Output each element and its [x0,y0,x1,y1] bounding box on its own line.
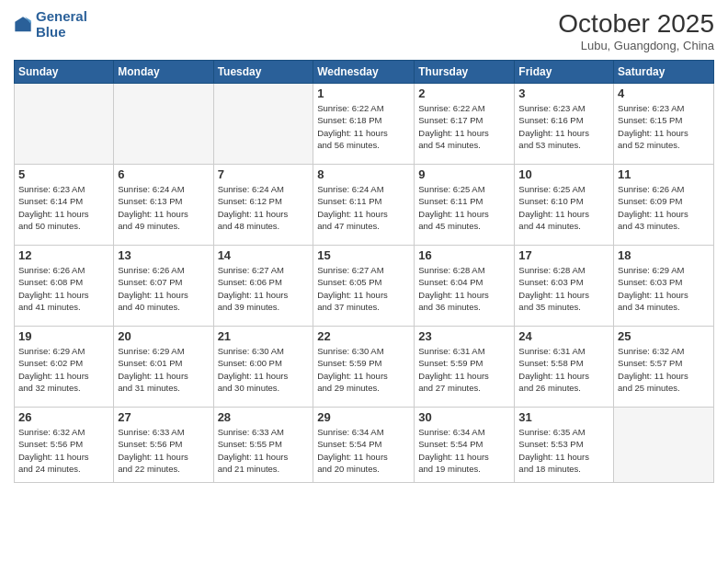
col-saturday: Saturday [614,61,714,84]
table-row: 23Sunrise: 6:31 AM Sunset: 5:59 PM Dayli… [415,327,515,408]
table-row: 25Sunrise: 6:32 AM Sunset: 5:57 PM Dayli… [614,327,714,408]
day-info: Sunrise: 6:30 AM Sunset: 6:00 PM Dayligh… [218,345,310,394]
day-info: Sunrise: 6:22 AM Sunset: 6:17 PM Dayligh… [418,102,510,151]
day-info: Sunrise: 6:23 AM Sunset: 6:16 PM Dayligh… [518,102,609,151]
table-row: 21Sunrise: 6:30 AM Sunset: 6:00 PM Dayli… [213,327,313,408]
col-monday: Monday [114,61,213,84]
page-container: General Blue October 2025 Lubu, Guangdon… [0,0,728,492]
day-number: 16 [418,248,510,262]
table-row [213,84,313,165]
day-info: Sunrise: 6:28 AM Sunset: 6:03 PM Dayligh… [518,264,609,313]
table-row: 2Sunrise: 6:22 AM Sunset: 6:17 PM Daylig… [415,84,515,165]
day-number: 3 [518,86,609,100]
day-number: 23 [418,329,510,343]
day-info: Sunrise: 6:35 AM Sunset: 5:53 PM Dayligh… [518,426,609,475]
day-number: 15 [317,248,410,262]
table-row: 31Sunrise: 6:35 AM Sunset: 5:53 PM Dayli… [515,408,614,483]
day-info: Sunrise: 6:27 AM Sunset: 6:05 PM Dayligh… [317,264,410,313]
day-number: 1 [317,86,410,100]
table-row: 27Sunrise: 6:33 AM Sunset: 5:56 PM Dayli… [114,408,213,483]
col-thursday: Thursday [415,61,515,84]
day-number: 22 [317,329,410,343]
logo-icon [14,16,32,34]
day-number: 26 [18,410,109,424]
day-number: 29 [317,410,410,424]
table-row [15,84,114,165]
table-row: 3Sunrise: 6:23 AM Sunset: 6:16 PM Daylig… [515,84,614,165]
day-info: Sunrise: 6:24 AM Sunset: 6:13 PM Dayligh… [118,183,209,232]
day-number: 19 [18,329,109,343]
table-row: 11Sunrise: 6:26 AM Sunset: 6:09 PM Dayli… [614,165,714,246]
day-info: Sunrise: 6:33 AM Sunset: 5:56 PM Dayligh… [118,426,209,475]
table-row: 13Sunrise: 6:26 AM Sunset: 6:07 PM Dayli… [114,246,213,327]
day-number: 4 [618,86,710,100]
month-title: October 2025 [558,9,714,39]
day-info: Sunrise: 6:26 AM Sunset: 6:07 PM Dayligh… [118,264,209,313]
day-number: 21 [218,329,310,343]
day-number: 10 [518,167,609,181]
day-number: 7 [218,167,310,181]
day-info: Sunrise: 6:24 AM Sunset: 6:12 PM Dayligh… [218,183,310,232]
table-row [114,84,213,165]
day-number: 28 [218,410,310,424]
table-row: 4Sunrise: 6:23 AM Sunset: 6:15 PM Daylig… [614,84,714,165]
col-sunday: Sunday [15,61,114,84]
table-row: 5Sunrise: 6:23 AM Sunset: 6:14 PM Daylig… [15,165,114,246]
day-info: Sunrise: 6:26 AM Sunset: 6:08 PM Dayligh… [18,264,109,313]
day-number: 6 [118,167,209,181]
logo: General Blue [14,9,87,40]
table-row: 14Sunrise: 6:27 AM Sunset: 6:06 PM Dayli… [213,246,313,327]
day-number: 27 [118,410,209,424]
table-row [614,408,714,483]
day-info: Sunrise: 6:23 AM Sunset: 6:14 PM Dayligh… [18,183,109,232]
calendar: Sunday Monday Tuesday Wednesday Thursday… [14,60,714,483]
svg-marker-0 [15,17,30,31]
day-number: 24 [518,329,609,343]
day-number: 30 [418,410,510,424]
table-row: 22Sunrise: 6:30 AM Sunset: 5:59 PM Dayli… [313,327,415,408]
table-row: 26Sunrise: 6:32 AM Sunset: 5:56 PM Dayli… [15,408,114,483]
table-row: 8Sunrise: 6:24 AM Sunset: 6:11 PM Daylig… [313,165,415,246]
table-row: 24Sunrise: 6:31 AM Sunset: 5:58 PM Dayli… [515,327,614,408]
col-friday: Friday [515,61,614,84]
day-number: 13 [118,248,209,262]
table-row: 9Sunrise: 6:25 AM Sunset: 6:11 PM Daylig… [415,165,515,246]
day-info: Sunrise: 6:31 AM Sunset: 5:58 PM Dayligh… [518,345,609,394]
day-number: 9 [418,167,510,181]
table-row: 20Sunrise: 6:29 AM Sunset: 6:01 PM Dayli… [114,327,213,408]
day-info: Sunrise: 6:29 AM Sunset: 6:02 PM Dayligh… [18,345,109,394]
table-row: 16Sunrise: 6:28 AM Sunset: 6:04 PM Dayli… [415,246,515,327]
col-tuesday: Tuesday [213,61,313,84]
table-row: 29Sunrise: 6:34 AM Sunset: 5:54 PM Dayli… [313,408,415,483]
day-number: 18 [618,248,710,262]
day-info: Sunrise: 6:33 AM Sunset: 5:55 PM Dayligh… [218,426,310,475]
day-number: 17 [518,248,609,262]
day-number: 5 [18,167,109,181]
day-info: Sunrise: 6:30 AM Sunset: 5:59 PM Dayligh… [317,345,410,394]
table-row: 19Sunrise: 6:29 AM Sunset: 6:02 PM Dayli… [15,327,114,408]
header: General Blue October 2025 Lubu, Guangdon… [14,9,714,52]
day-info: Sunrise: 6:27 AM Sunset: 6:06 PM Dayligh… [218,264,310,313]
table-row: 18Sunrise: 6:29 AM Sunset: 6:03 PM Dayli… [614,246,714,327]
table-row: 15Sunrise: 6:27 AM Sunset: 6:05 PM Dayli… [313,246,415,327]
table-row: 7Sunrise: 6:24 AM Sunset: 6:12 PM Daylig… [213,165,313,246]
header-row: Sunday Monday Tuesday Wednesday Thursday… [15,61,714,84]
table-row: 30Sunrise: 6:34 AM Sunset: 5:54 PM Dayli… [415,408,515,483]
day-info: Sunrise: 6:34 AM Sunset: 5:54 PM Dayligh… [317,426,410,475]
day-info: Sunrise: 6:29 AM Sunset: 6:01 PM Dayligh… [118,345,209,394]
day-info: Sunrise: 6:32 AM Sunset: 5:56 PM Dayligh… [18,426,109,475]
day-info: Sunrise: 6:28 AM Sunset: 6:04 PM Dayligh… [418,264,510,313]
table-row: 10Sunrise: 6:25 AM Sunset: 6:10 PM Dayli… [515,165,614,246]
table-row: 28Sunrise: 6:33 AM Sunset: 5:55 PM Dayli… [213,408,313,483]
day-info: Sunrise: 6:25 AM Sunset: 6:11 PM Dayligh… [418,183,510,232]
day-number: 25 [618,329,710,343]
day-info: Sunrise: 6:25 AM Sunset: 6:10 PM Dayligh… [518,183,609,232]
day-number: 11 [618,167,710,181]
logo-text-general: General [36,8,87,24]
title-block: October 2025 Lubu, Guangdong, China [558,9,714,52]
location: Lubu, Guangdong, China [558,39,714,52]
day-info: Sunrise: 6:31 AM Sunset: 5:59 PM Dayligh… [418,345,510,394]
day-info: Sunrise: 6:26 AM Sunset: 6:09 PM Dayligh… [618,183,710,232]
day-number: 8 [317,167,410,181]
day-number: 2 [418,86,510,100]
